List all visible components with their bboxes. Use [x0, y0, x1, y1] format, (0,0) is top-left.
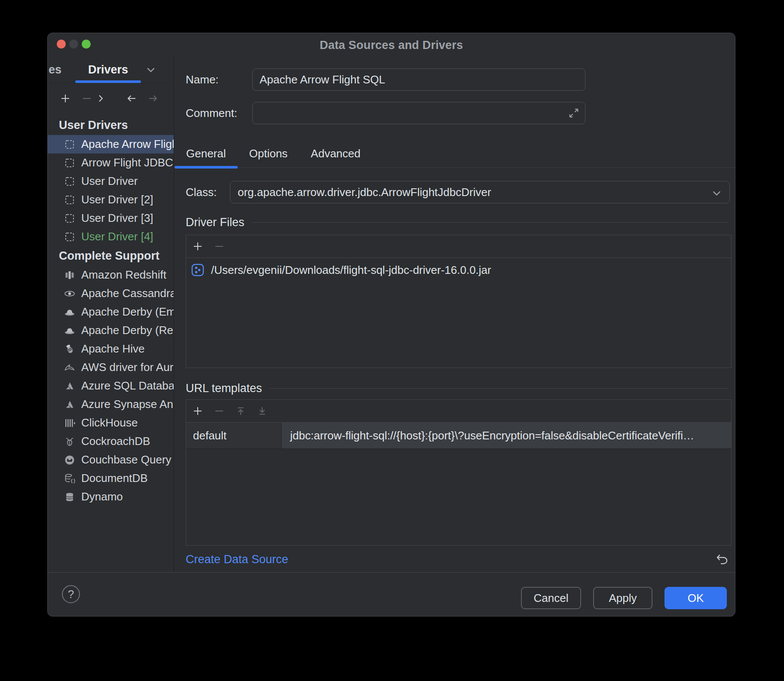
sidebar: es Drivers User DriversApache Arrow Flig… — [48, 56, 174, 573]
sidebar-item-label: Azure SQL Database — [81, 379, 174, 393]
sidebar-item-apache-derby-remote[interactable]: Apache Derby (Remote) — [48, 321, 174, 340]
driver-icon — [64, 194, 75, 206]
url-templates-table: defaultjdbc:arrow-flight-sql://{host}:{p… — [186, 423, 731, 449]
sidebar-item-label: Apache Derby (Remote) — [81, 324, 174, 337]
sidebar-item-couchbase-query[interactable]: Couchbase Query — [48, 451, 174, 469]
sidebar-item-amazon-redshift[interactable]: Amazon Redshift — [48, 266, 174, 284]
driver-files-box: /Users/evgenii/Downloads/flight-sql-jdbc… — [186, 235, 732, 368]
dialog-title: Data Sources and Drivers — [48, 39, 735, 52]
sidebar-item-aws-driver-for-aurora[interactable]: AWS driver for Aurora — [48, 358, 174, 377]
sidebar-item-label: ClickHouse — [81, 416, 138, 429]
driver-icon — [64, 231, 75, 242]
sidebar-item-label: User Driver [3] — [81, 212, 153, 225]
sidebar-item-label: DocumentDB — [81, 472, 148, 485]
sidebar-item-cockroachdb[interactable]: CockroachDB — [48, 432, 174, 451]
move-down-icon[interactable] — [257, 405, 268, 417]
remove-template-icon[interactable] — [214, 405, 225, 417]
sidebar-item-user-driver[interactable]: User Driver — [48, 172, 174, 190]
comment-field-wrap — [252, 102, 585, 124]
sidebar-item-label: Apache Cassandra — [81, 287, 174, 300]
dynamo-icon — [64, 491, 75, 503]
sidebar-item-label: Apache Hive — [81, 342, 144, 356]
cancel-button[interactable]: Cancel — [521, 587, 581, 609]
sidebar-item-label: Apache Arrow Flight SQL — [81, 138, 174, 151]
url-template-name[interactable]: default — [186, 423, 282, 448]
url-template-row[interactable]: defaultjdbc:arrow-flight-sql://{host}:{p… — [186, 423, 731, 449]
sidebar-tab-bar: es Drivers — [48, 56, 174, 83]
sidebar-item-label: User Driver [2] — [81, 193, 153, 206]
couchbase-icon — [64, 454, 75, 466]
sidebar-item-apache-cassandra[interactable]: Apache Cassandra — [48, 284, 174, 303]
comment-input[interactable] — [252, 102, 585, 124]
sidebar-item-user-driver-2[interactable]: User Driver [2] — [48, 190, 174, 209]
url-template-value[interactable]: jdbc:arrow-flight-sql://{host}:{port}\?u… — [282, 423, 731, 448]
move-up-icon[interactable] — [235, 405, 246, 417]
sidebar-item-label: Arrow Flight JDBC — [81, 156, 173, 169]
sidebar-item-azure-sql-database[interactable]: Azure SQL Database — [48, 377, 174, 395]
tab-advanced[interactable]: Advanced — [299, 140, 372, 167]
sidebar-item-label: AWS driver for Aurora — [81, 361, 174, 374]
sidebar-item-label: User Driver — [81, 175, 138, 188]
tab-general[interactable]: General — [175, 140, 238, 167]
expand-menu-icon[interactable] — [95, 93, 106, 104]
clickhouse-icon — [64, 417, 75, 429]
sidebar-item-label: Dynamo — [81, 490, 123, 503]
jar-icon — [191, 264, 204, 276]
add-file-icon[interactable] — [192, 241, 203, 252]
sidebar-toolbar — [48, 83, 174, 114]
driver-files-list: /Users/evgenii/Downloads/flight-sql-jdbc… — [186, 258, 731, 282]
sidebar-item-documentdb[interactable]: {}DocumentDB — [48, 469, 174, 488]
back-arrow-icon[interactable] — [126, 93, 137, 104]
chevron-down-icon — [712, 190, 722, 196]
sidebar-item-dynamo[interactable]: Dynamo — [48, 488, 174, 506]
sidebar-item-user-driver-4[interactable]: User Driver [4] — [48, 227, 174, 246]
sidebar-item-label: Apache Derby (Embedded) — [81, 305, 174, 319]
class-label: Class: — [186, 181, 217, 203]
sidebar-item-label: CockroachDB — [81, 435, 150, 448]
driver-icon — [64, 176, 75, 187]
derby-icon — [64, 325, 75, 336]
sidebar-section-header-complete-support: Complete Support — [48, 246, 174, 266]
name-input[interactable] — [252, 68, 585, 91]
sidebar-item-azure-synapse-analytics[interactable]: Azure Synapse Analytics — [48, 395, 174, 414]
add-template-icon[interactable] — [192, 405, 203, 417]
create-data-source-link[interactable]: Create Data Source — [186, 546, 288, 574]
tab-options[interactable]: Options — [238, 140, 300, 167]
sidebar-item-apache-derby-embedded[interactable]: Apache Derby (Embedded) — [48, 303, 174, 321]
apply-button[interactable]: Apply — [593, 587, 652, 609]
forward-arrow-icon[interactable] — [147, 93, 159, 104]
cockroach-icon — [64, 436, 75, 447]
name-label: Name: — [186, 68, 219, 91]
driver-icon — [64, 213, 75, 224]
add-driver-icon[interactable] — [60, 93, 71, 104]
documentdb-icon: {} — [64, 473, 75, 484]
expand-editor-icon[interactable] — [567, 107, 580, 120]
sidebar-section-header-user-drivers: User Drivers — [48, 115, 174, 135]
remove-file-icon[interactable] — [214, 241, 225, 252]
svg-text:{}: {} — [70, 478, 76, 484]
driver-files-toolbar — [186, 235, 731, 258]
driver-files-section-title: Driver Files — [186, 212, 728, 233]
sidebar-item-apache-arrow-flight-sql[interactable]: Apache Arrow Flight SQL — [48, 135, 174, 153]
sidebar-item-arrow-flight-jdbc[interactable]: Arrow Flight JDBC — [48, 153, 174, 172]
driver-file-row[interactable]: /Users/evgenii/Downloads/flight-sql-jdbc… — [186, 258, 731, 282]
sidebar-item-user-driver-3[interactable]: User Driver [3] — [48, 209, 174, 227]
hive-icon — [64, 344, 75, 355]
sidebar-item-clickhouse[interactable]: ClickHouse — [48, 414, 174, 432]
url-templates-toolbar — [186, 400, 731, 423]
chevron-down-icon[interactable] — [146, 67, 156, 73]
help-button[interactable]: ? — [62, 585, 80, 603]
driver-icon — [64, 139, 75, 150]
remove-driver-icon[interactable] — [81, 93, 92, 104]
undo-icon[interactable] — [715, 552, 729, 566]
class-combobox[interactable]: org.apache.arrow.driver.jdbc.ArrowFlight… — [230, 181, 730, 203]
derby-icon — [64, 307, 75, 318]
tab-drivers[interactable]: Drivers — [75, 56, 141, 83]
ok-button[interactable]: OK — [665, 587, 727, 609]
tab-data-sources-partial[interactable]: es — [49, 63, 61, 77]
main-panel: Name: Comment: GeneralOptionsAdvanced Cl… — [174, 56, 735, 573]
titlebar: Data Sources and Drivers — [48, 33, 735, 56]
sidebar-item-apache-hive[interactable]: Apache Hive — [48, 340, 174, 358]
aws-dolphin-icon — [64, 362, 75, 373]
sidebar-list: User DriversApache Arrow Flight SQLArrow… — [48, 114, 174, 506]
